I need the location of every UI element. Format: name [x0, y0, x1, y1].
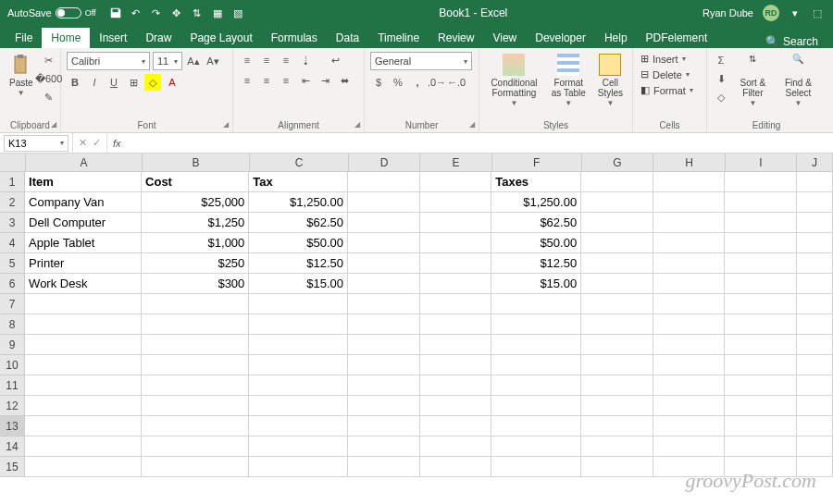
increase-font-icon[interactable]: A▴: [185, 53, 202, 69]
cell-F3[interactable]: $62.50: [491, 213, 581, 233]
cell-I2[interactable]: [725, 192, 797, 213]
cell-J1[interactable]: [797, 172, 833, 192]
cell-B2[interactable]: $25,000: [142, 192, 249, 213]
cell-E4[interactable]: [420, 233, 492, 253]
undo-icon[interactable]: ↶: [130, 6, 143, 19]
user-avatar[interactable]: RD: [763, 5, 779, 21]
cell-A7[interactable]: [25, 294, 142, 314]
cell-G8[interactable]: [581, 314, 653, 335]
cell-A15[interactable]: [25, 457, 142, 477]
tab-draw[interactable]: Draw: [136, 28, 180, 48]
select-all-corner[interactable]: [0, 154, 26, 172]
cell-E3[interactable]: [420, 213, 492, 233]
autosave-toggle[interactable]: AutoSave Off: [7, 7, 96, 18]
cell-I3[interactable]: [725, 213, 797, 233]
italic-button[interactable]: I: [86, 74, 103, 91]
cell-I1[interactable]: [725, 172, 797, 192]
cell-D3[interactable]: [348, 213, 420, 233]
cell-F10[interactable]: [491, 355, 581, 375]
cell-styles-button[interactable]: Cell Styles▼: [594, 52, 627, 110]
cell-B5[interactable]: $250: [142, 253, 249, 274]
cell-C14[interactable]: [249, 436, 348, 457]
cell-A14[interactable]: [25, 436, 142, 457]
cell-A1[interactable]: Item: [25, 172, 142, 192]
cell-E11[interactable]: [420, 375, 492, 396]
cell-A9[interactable]: [25, 335, 142, 355]
cell-D9[interactable]: [348, 335, 420, 355]
column-header-F[interactable]: F: [492, 154, 582, 172]
cell-F7[interactable]: [491, 294, 581, 314]
column-header-C[interactable]: C: [250, 154, 349, 172]
column-header-B[interactable]: B: [143, 154, 250, 172]
cell-F11[interactable]: [491, 375, 581, 396]
cell-I11[interactable]: [725, 375, 797, 396]
cell-I13[interactable]: [725, 416, 797, 436]
format-as-table-button[interactable]: Format as Table▼: [547, 52, 591, 110]
cell-C3[interactable]: $62.50: [249, 213, 348, 233]
cancel-formula-icon[interactable]: ✕: [79, 137, 87, 149]
cell-G5[interactable]: [581, 253, 653, 274]
column-header-J[interactable]: J: [797, 154, 833, 172]
format-painter-icon[interactable]: ✎: [41, 89, 57, 105]
tab-home[interactable]: Home: [42, 28, 90, 48]
cell-H12[interactable]: [653, 396, 726, 416]
cell-D2[interactable]: [348, 192, 420, 213]
cell-B13[interactable]: [142, 416, 249, 436]
fill-icon[interactable]: ⬇: [713, 70, 729, 87]
column-header-A[interactable]: A: [26, 154, 143, 172]
cell-B6[interactable]: $300: [142, 274, 249, 294]
column-header-D[interactable]: D: [349, 154, 421, 172]
cell-C13[interactable]: [249, 416, 348, 436]
cell-B14[interactable]: [142, 436, 249, 457]
cell-F9[interactable]: [491, 335, 581, 355]
cell-C1[interactable]: Tax: [249, 172, 348, 192]
decrease-indent-icon[interactable]: ⇤: [297, 72, 314, 89]
row-header-10[interactable]: 10: [0, 355, 25, 375]
cell-I6[interactable]: [725, 274, 797, 294]
name-box[interactable]: K13▾: [4, 135, 68, 152]
cell-A11[interactable]: [25, 375, 142, 396]
launcher-icon[interactable]: ◢: [354, 120, 360, 129]
cell-E13[interactable]: [420, 416, 492, 436]
cell-H14[interactable]: [653, 436, 726, 457]
row-header-9[interactable]: 9: [0, 335, 25, 355]
cell-I7[interactable]: [725, 294, 797, 314]
cell-F13[interactable]: [491, 416, 581, 436]
cell-G4[interactable]: [581, 233, 653, 253]
cell-C10[interactable]: [249, 355, 348, 375]
cell-J3[interactable]: [797, 213, 833, 233]
cell-H7[interactable]: [653, 294, 726, 314]
cell-D14[interactable]: [348, 436, 420, 457]
cell-B12[interactable]: [142, 396, 249, 416]
cell-C7[interactable]: [249, 294, 348, 314]
cell-J8[interactable]: [797, 314, 833, 335]
decrease-decimal-icon[interactable]: ←.0: [448, 74, 465, 91]
launcher-icon[interactable]: ◢: [223, 120, 229, 129]
cell-J6[interactable]: [797, 274, 833, 294]
cell-E10[interactable]: [420, 355, 492, 375]
cell-I8[interactable]: [725, 314, 797, 335]
cut-icon[interactable]: ✂: [41, 52, 57, 68]
align-middle-icon[interactable]: ≡: [258, 52, 275, 68]
cell-I5[interactable]: [725, 253, 797, 274]
launcher-icon[interactable]: ◢: [51, 120, 56, 129]
cell-E12[interactable]: [420, 396, 492, 416]
cell-B9[interactable]: [142, 335, 249, 355]
cell-A10[interactable]: [25, 355, 142, 375]
cell-D13[interactable]: [348, 416, 420, 436]
cell-C8[interactable]: [249, 314, 348, 335]
increase-decimal-icon[interactable]: .0→: [429, 74, 445, 91]
cell-D8[interactable]: [348, 314, 420, 335]
cell-A5[interactable]: Printer: [25, 253, 142, 274]
tab-view[interactable]: View: [483, 28, 526, 48]
cell-D10[interactable]: [348, 355, 420, 375]
conditional-formatting-button[interactable]: Conditional Formatting▼: [485, 52, 543, 110]
wrap-text-icon[interactable]: ↩: [327, 52, 343, 68]
cell-H9[interactable]: [653, 335, 726, 355]
cell-E6[interactable]: [420, 274, 492, 294]
cell-G12[interactable]: [581, 396, 653, 416]
cell-G2[interactable]: [581, 192, 653, 213]
cell-A4[interactable]: Apple Tablet: [25, 233, 142, 253]
formula-input[interactable]: [127, 135, 833, 152]
font-name-select[interactable]: Calibri▾: [67, 52, 150, 70]
